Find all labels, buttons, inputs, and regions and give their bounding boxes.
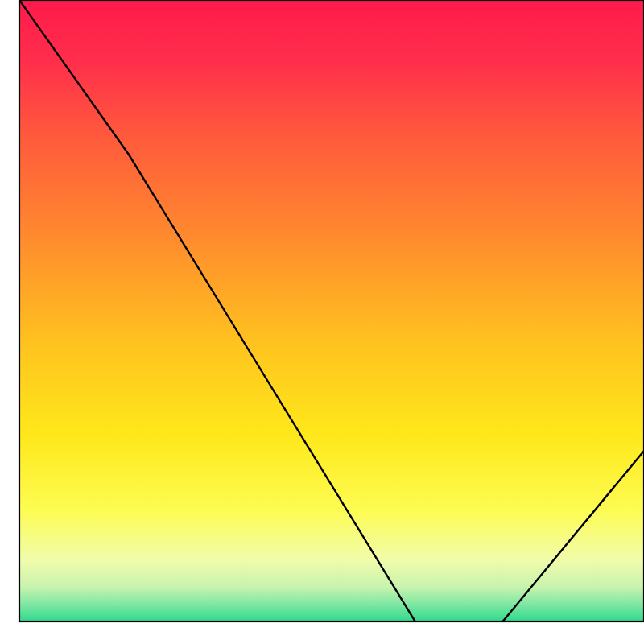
optimal-marker [440, 634, 481, 644]
chart-svg [0, 0, 644, 644]
bottleneck-chart: TheBottleneck.com [0, 0, 644, 644]
gradient-background [19, 0, 644, 621]
